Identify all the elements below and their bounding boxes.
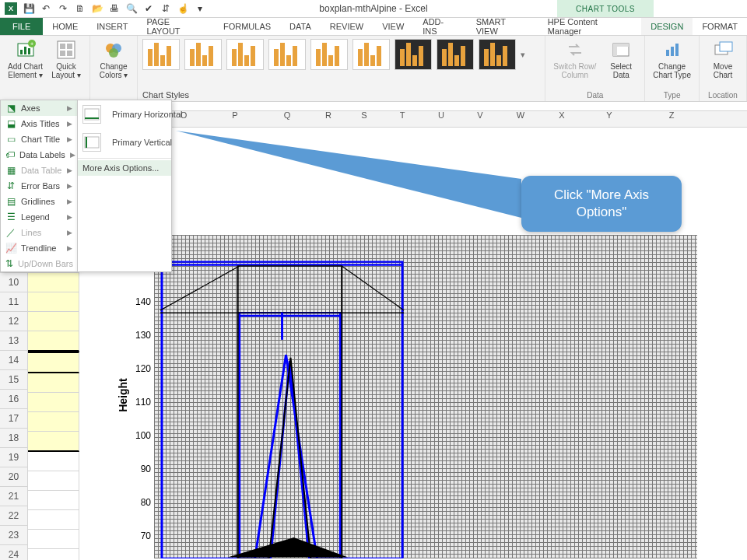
menu-axes[interactable]: ⬔Axes▶ xyxy=(1,100,77,116)
print-preview-icon[interactable]: 🔍 xyxy=(126,3,137,14)
menu-chart-title[interactable]: ▭Chart Title▶ xyxy=(1,131,77,147)
col-header[interactable]: Z xyxy=(637,110,707,126)
qat-more-icon[interactable]: ▾ xyxy=(195,3,205,14)
chart-style-1[interactable] xyxy=(142,39,180,70)
switch-row-column-button[interactable]: Switch Row/ Column xyxy=(550,39,599,79)
error-bars-icon: ⇵ xyxy=(5,180,16,191)
row-header[interactable]: 21 xyxy=(0,487,28,506)
chart-object[interactable]: Height 160 150 140 130 120 110 100 90 80… xyxy=(101,230,700,560)
col-header[interactable]: U xyxy=(422,110,461,126)
chart-style-3[interactable] xyxy=(226,39,264,70)
col-header[interactable]: Q xyxy=(263,110,311,126)
svg-rect-7 xyxy=(60,44,65,49)
tab-insert[interactable]: INSERT xyxy=(87,18,137,35)
submenu-more-axis-options[interactable]: More Axis Options... xyxy=(78,160,171,176)
menu-legend[interactable]: ☰Legend▶ xyxy=(1,209,77,225)
change-chart-type-button[interactable]: Change Chart Type xyxy=(650,39,694,79)
row-header[interactable]: 23 xyxy=(0,526,28,545)
row-header[interactable]: 10 xyxy=(0,273,28,292)
y-tick: 120 xyxy=(134,363,151,374)
menu-data-labels[interactable]: 🏷Data Labels▶ xyxy=(1,147,77,163)
chart-style-2[interactable] xyxy=(184,39,222,70)
tab-data[interactable]: DATA xyxy=(280,18,321,35)
select-data-button[interactable]: Select Data xyxy=(602,39,640,79)
y-tick: 100 xyxy=(134,430,151,441)
move-chart-icon xyxy=(712,39,734,61)
open-icon[interactable]: 📂 xyxy=(92,3,103,14)
menu-legend-label: Legend xyxy=(21,212,50,222)
add-chart-element-button[interactable]: + Add Chart Element ▾ xyxy=(5,39,46,79)
change-colors-button[interactable]: Change Colors ▾ xyxy=(95,39,132,79)
new-icon[interactable]: 🗎 xyxy=(75,3,86,14)
tab-review[interactable]: REVIEW xyxy=(321,18,373,35)
col-header[interactable]: X xyxy=(542,110,582,126)
svg-rect-21 xyxy=(720,42,732,51)
chart-style-8[interactable] xyxy=(437,39,474,70)
change-chart-type-label: Change Chart Type xyxy=(653,62,691,79)
row-header[interactable]: 18 xyxy=(0,429,28,448)
chart-style-6[interactable] xyxy=(352,39,390,70)
sort-asc-icon[interactable]: ⇵ xyxy=(160,3,171,14)
redo-icon[interactable]: ↷ xyxy=(58,3,68,14)
col-header[interactable]: R xyxy=(311,110,345,126)
row-header[interactable]: 14 xyxy=(0,351,28,370)
gridlines-icon: ▤ xyxy=(5,196,16,207)
row-header[interactable]: 20 xyxy=(0,467,28,487)
data-table-icon: ▦ xyxy=(5,165,16,176)
chart-style-7[interactable] xyxy=(395,39,432,70)
quick-layout-button[interactable]: Quick Layout ▾ xyxy=(47,39,85,79)
col-header[interactable]: Y xyxy=(582,110,637,126)
tab-view[interactable]: VIEW xyxy=(373,18,413,35)
row-header[interactable]: 15 xyxy=(0,370,28,390)
col-header[interactable]: V xyxy=(461,110,500,126)
tab-format[interactable]: FORMAT xyxy=(693,18,747,35)
menu-error-bars[interactable]: ⇵Error Bars▶ xyxy=(1,178,77,194)
col-header[interactable]: P xyxy=(207,110,263,126)
tab-page-layout[interactable]: PAGE LAYOUT xyxy=(137,18,214,35)
col-header[interactable]: W xyxy=(500,110,542,126)
tab-file[interactable]: FILE xyxy=(0,18,43,35)
touch-mode-icon[interactable]: ☝ xyxy=(177,3,188,14)
row-header[interactable]: 11 xyxy=(0,292,28,312)
tab-formulas[interactable]: FORMULAS xyxy=(214,18,280,35)
primary-vertical-icon xyxy=(82,133,101,152)
submenu-primary-vertical[interactable]: Primary Vertical xyxy=(78,128,171,156)
chart-style-5[interactable] xyxy=(310,39,348,70)
quick-print-icon[interactable]: 🖶 xyxy=(109,3,120,14)
lines-icon: ／ xyxy=(5,227,16,238)
row-header[interactable]: 24 xyxy=(0,545,28,560)
row-header[interactable]: 22 xyxy=(0,506,28,526)
chart-styles-more-icon[interactable]: ▾ xyxy=(521,50,525,60)
move-chart-button[interactable]: Move Chart xyxy=(704,39,742,79)
tab-addins[interactable]: ADD-INS xyxy=(413,18,466,35)
submenu-primary-horizontal[interactable]: Primary Horizontal xyxy=(78,100,171,128)
row-header[interactable]: 19 xyxy=(0,448,28,467)
tab-hpe-content-manager[interactable]: HPE Content Manager xyxy=(538,18,642,35)
tab-smart-view[interactable]: SMART VIEW xyxy=(467,18,538,35)
chart-style-4[interactable] xyxy=(268,39,306,70)
row-header[interactable]: 17 xyxy=(0,409,28,429)
menu-data-table: ▦Data Table▶ xyxy=(1,163,77,178)
row-header[interactable]: 13 xyxy=(0,331,28,351)
undo-icon[interactable]: ↶ xyxy=(40,3,51,14)
chart-styles-group-label: Chart Styles xyxy=(142,90,540,100)
trendline-icon: 📈 xyxy=(5,243,16,254)
save-icon[interactable]: 💾 xyxy=(23,3,34,14)
spelling-icon[interactable]: ✔ xyxy=(143,3,154,14)
menu-gridlines[interactable]: ▤Gridlines▶ xyxy=(1,194,77,209)
tab-design[interactable]: DESIGN xyxy=(641,18,693,35)
row-header[interactable]: 16 xyxy=(0,390,28,409)
row-header[interactable]: 12 xyxy=(0,312,28,331)
col-header[interactable]: T xyxy=(383,110,422,126)
submenu-primary-horizontal-label: Primary Horizontal xyxy=(112,110,182,119)
svg-rect-9 xyxy=(60,51,65,56)
change-colors-label: Change Colors ▾ xyxy=(100,62,128,79)
chart-styles-gallery[interactable]: ▾ Chart Styles xyxy=(138,36,545,101)
chart-style-9[interactable] xyxy=(479,39,516,70)
tab-home[interactable]: HOME xyxy=(43,18,87,35)
add-chart-element-menu: ⬔Axes▶ ⬓Axis Titles▶ ▭Chart Title▶ 🏷Data… xyxy=(0,100,172,272)
select-data-label: Select Data xyxy=(610,62,632,79)
col-header[interactable]: S xyxy=(345,110,383,126)
menu-axis-titles[interactable]: ⬓Axis Titles▶ xyxy=(1,116,77,131)
menu-trendline[interactable]: 📈Trendline▶ xyxy=(1,240,77,256)
